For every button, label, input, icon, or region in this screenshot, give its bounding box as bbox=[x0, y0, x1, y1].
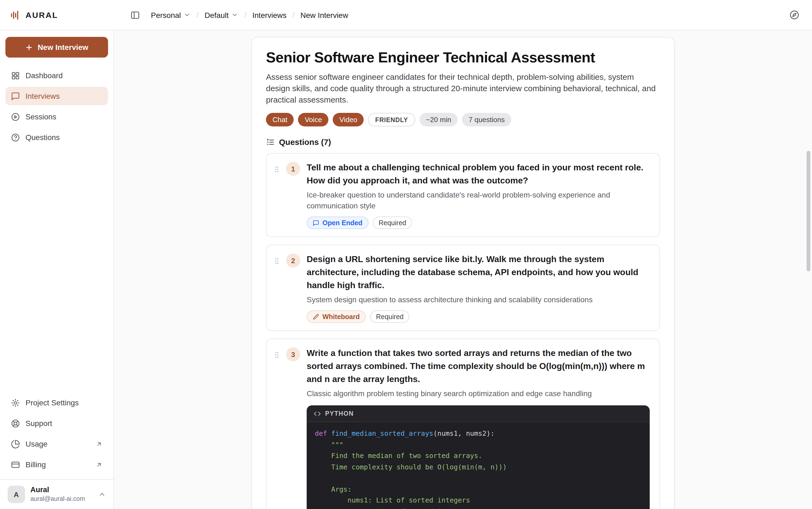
sidebar-item-interviews[interactable]: Interviews bbox=[5, 87, 108, 105]
code-block-header: PYTHON bbox=[307, 405, 650, 422]
mode-badge-voice: Voice bbox=[298, 113, 329, 127]
chat-bubble-icon bbox=[11, 92, 20, 101]
sidebar-item-project-settings[interactable]: Project Settings bbox=[5, 394, 108, 412]
mode-badge-chat: Chat bbox=[266, 113, 294, 127]
interview-badges: Chat Voice Video FRIENDLY ~20 min 7 ques… bbox=[266, 113, 660, 127]
external-link-icon bbox=[96, 461, 103, 468]
code-content: def find_median_sorted_arrays(nums1, num… bbox=[307, 422, 650, 509]
breadcrumb-current-page: New Interview bbox=[300, 10, 348, 19]
question-description: Classic algorithm problem testing binary… bbox=[307, 388, 650, 399]
user-menu[interactable]: A Aural aural@aural-ai.com bbox=[0, 479, 113, 509]
required-badge: Required bbox=[373, 216, 412, 229]
question-description: Ice-breaker question to understand candi… bbox=[307, 190, 650, 211]
code-language-label: PYTHON bbox=[325, 410, 353, 417]
chevron-down-icon bbox=[232, 11, 239, 19]
question-title: Design a URL shortening service like bit… bbox=[307, 253, 650, 292]
drag-handle-icon[interactable] bbox=[273, 350, 281, 509]
code-icon bbox=[314, 410, 321, 417]
required-badge: Required bbox=[370, 310, 409, 323]
sidebar-item-label: Sessions bbox=[26, 112, 57, 121]
mode-badge-video: Video bbox=[333, 113, 364, 127]
user-email: aural@aural-ai.com bbox=[30, 495, 85, 503]
question-card-3: 3 Write a function that takes two sorted… bbox=[266, 339, 660, 509]
breadcrumb-interviews-link[interactable]: Interviews bbox=[252, 10, 286, 19]
sidebar-item-label: Project Settings bbox=[26, 398, 79, 407]
app-root: AURAL Personal / Default bbox=[0, 0, 812, 509]
sidebar-item-label: Billing bbox=[26, 460, 46, 469]
question-badges: Whiteboard Required bbox=[307, 310, 650, 323]
duration-badge: ~20 min bbox=[419, 113, 458, 127]
play-circle-icon bbox=[11, 112, 20, 121]
breadcrumb-project: Default bbox=[205, 10, 229, 19]
breadcrumb: Personal / Default / Interviews / bbox=[151, 10, 348, 19]
help-circle-icon bbox=[11, 133, 20, 142]
top-bar: AURAL Personal / Default bbox=[0, 0, 812, 30]
avatar: A bbox=[8, 486, 25, 503]
sidebar-item-label: Interviews bbox=[26, 92, 60, 100]
compass-icon bbox=[789, 10, 799, 20]
chevron-down-icon bbox=[184, 11, 191, 19]
new-interview-label: New Interview bbox=[38, 43, 89, 52]
user-name: Aural bbox=[30, 486, 85, 495]
drag-handle-icon[interactable] bbox=[273, 164, 281, 229]
chevron-up-icon bbox=[98, 490, 106, 498]
help-compass-button[interactable] bbox=[786, 7, 802, 23]
sidebar-item-questions[interactable]: Questions bbox=[5, 128, 108, 146]
question-description: System design question to assess archite… bbox=[307, 294, 650, 305]
pie-chart-icon bbox=[11, 439, 20, 448]
question-type-badge: Whiteboard bbox=[307, 310, 366, 323]
question-number-badge: 2 bbox=[286, 253, 300, 268]
sidebar-nav: Dashboard Interviews Sessions bbox=[5, 66, 108, 146]
questions-section-header: Questions (7) bbox=[266, 137, 660, 146]
external-link-icon bbox=[96, 440, 103, 447]
questions-section-title: Questions (7) bbox=[279, 137, 331, 146]
dashboard-grid-icon bbox=[11, 71, 20, 80]
sidebar-item-billing[interactable]: Billing bbox=[5, 455, 108, 474]
question-title: Tell me about a challenging technical pr… bbox=[307, 161, 650, 187]
question-type-label: Whiteboard bbox=[323, 313, 360, 320]
question-type-label: Open Ended bbox=[323, 219, 362, 227]
question-count-badge: 7 questions bbox=[462, 113, 511, 127]
brand: AURAL bbox=[0, 0, 114, 30]
sidebar-item-label: Support bbox=[26, 419, 52, 428]
numbered-list-icon bbox=[266, 138, 275, 146]
sidebar-item-sessions[interactable]: Sessions bbox=[5, 107, 108, 126]
question-title: Write a function that takes two sorted a… bbox=[307, 347, 650, 386]
breadcrumb-separator: / bbox=[244, 11, 246, 19]
breadcrumb-section: Interviews bbox=[252, 10, 286, 19]
sidebar-item-usage[interactable]: Usage bbox=[5, 435, 108, 453]
sidebar-item-label: Dashboard bbox=[26, 71, 63, 80]
question-card-2: 2 Design a URL shortening service like b… bbox=[266, 245, 660, 331]
question-number-badge: 1 bbox=[286, 162, 300, 176]
drag-handle-icon[interactable] bbox=[273, 256, 281, 323]
breadcrumb-workspace: Personal bbox=[151, 10, 181, 19]
project-switcher[interactable]: Default bbox=[205, 10, 239, 19]
code-block: PYTHON def find_median_sorted_arrays(num… bbox=[307, 405, 650, 509]
question-type-badge: Open Ended bbox=[307, 216, 368, 229]
interview-detail-card: Senior Software Engineer Technical Asses… bbox=[251, 37, 675, 509]
sidebar-footer-nav: Project Settings Support bbox=[5, 394, 108, 474]
topbar-main: Personal / Default / Interviews / bbox=[114, 0, 812, 30]
sidebar-item-support[interactable]: Support bbox=[5, 414, 108, 433]
sidebar-item-label: Usage bbox=[26, 440, 47, 448]
page-title: Senior Software Engineer Technical Asses… bbox=[266, 49, 660, 66]
chat-bubble-icon bbox=[313, 219, 319, 226]
gear-icon bbox=[11, 398, 20, 407]
sidebar-toggle-button[interactable] bbox=[127, 7, 143, 23]
interview-description: Assess senior software engineer candidat… bbox=[266, 71, 660, 105]
tone-badge: FRIENDLY bbox=[368, 113, 415, 127]
scrollbar-thumb[interactable] bbox=[807, 151, 810, 271]
panel-left-icon bbox=[130, 10, 140, 20]
question-card-1: 1 Tell me about a challenging technical … bbox=[266, 153, 660, 237]
pencil-icon bbox=[313, 313, 319, 320]
new-interview-button[interactable]: New Interview bbox=[5, 37, 108, 58]
workspace-switcher[interactable]: Personal bbox=[151, 10, 191, 19]
sidebar-item-label: Questions bbox=[26, 133, 60, 142]
sidebar-footer: Project Settings Support bbox=[5, 394, 108, 509]
waveform-logo-icon bbox=[10, 9, 21, 20]
sidebar-item-dashboard[interactable]: Dashboard bbox=[5, 66, 108, 84]
question-number-badge: 3 bbox=[286, 347, 300, 362]
lifebuoy-icon bbox=[11, 419, 20, 428]
breadcrumb-separator: / bbox=[293, 11, 295, 19]
sidebar: New Interview Dashboard Intervie bbox=[0, 30, 114, 509]
